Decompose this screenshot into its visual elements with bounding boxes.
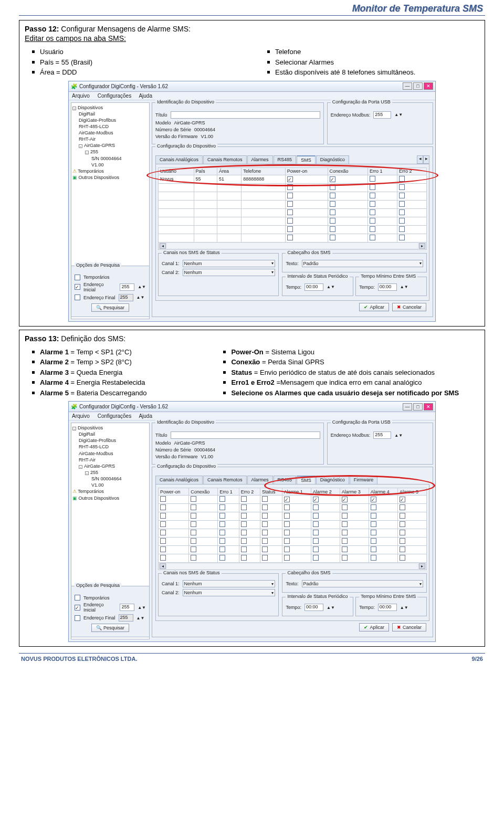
tab-item[interactable]: Canais Analógicos	[155, 476, 203, 484]
checkbox[interactable]: ✓	[287, 176, 293, 182]
aplicar-button[interactable]: ✔Aplicar	[359, 623, 389, 631]
status-channels-fieldset: Canais nos SMS de Status Canal 1:Nenhum …	[158, 253, 279, 296]
search-icon: 🔍	[96, 625, 102, 630]
header-title: Monitor de Temperatura SMS	[0, 0, 504, 15]
minimize-button[interactable]: —	[403, 403, 412, 410]
select[interactable]: Padrão	[302, 580, 424, 587]
tab-item[interactable]: Alarmes	[247, 155, 273, 164]
tab-item[interactable]: Diagnóstico	[316, 476, 349, 484]
list-item: Selecionar Alarmes	[260, 57, 479, 68]
tab-item[interactable]: Alarmes	[247, 476, 273, 484]
list-item: Usuário	[25, 47, 244, 57]
checkbox[interactable]	[75, 294, 80, 300]
tab-item[interactable]: Diagnóstico	[316, 155, 349, 164]
minimize-button[interactable]: —	[403, 82, 412, 90]
page-footer: NOVUS PRODUTOS ELETRÔNICOS LTDA. 9/26	[0, 655, 504, 669]
list-item: Alarme 1 = Temp < SP1 (2°C)	[25, 347, 200, 357]
select[interactable]: Nenhum	[183, 260, 276, 267]
menu-item[interactable]: Ajuda	[139, 93, 152, 99]
cancelar-button[interactable]: ✖Cancelar	[392, 303, 426, 311]
device-id-fieldset: Identificação do Dispositivo Título Mode…	[152, 423, 324, 465]
sms-header-fieldset: Cabeçalho dos SMS Texto:Padrão	[282, 573, 427, 593]
table-row[interactable]: Novus55 5188888888 ✓ ✓	[159, 175, 427, 183]
checkbox[interactable]	[75, 595, 80, 601]
warning-icon: ⚠	[72, 489, 77, 494]
list-item: Conexão = Perda Sinal GPRS	[216, 357, 479, 367]
footer-page-number: 9/26	[472, 656, 483, 662]
tab-scroll-left-icon[interactable]: ◂	[417, 155, 423, 164]
sms-grid[interactable]: Power-onConexão Erro 1Erro 2 StatusAlarm…	[158, 488, 427, 563]
passo12-title: Passo 12: Configurar Mensagens de Alarme…	[25, 25, 479, 33]
passo12-subtitle: Editar os campos na aba SMS:	[25, 34, 479, 43]
list-item: País = 55 (Brasil)	[25, 57, 244, 68]
passo13-right-col: Power-On = Sistema Ligou Conexão = Perda…	[216, 347, 479, 398]
min-time-fieldset: Tempo Mínimo Entre SMS Tempo:00:00▲▼	[355, 597, 427, 616]
horizontal-scrollbar[interactable]: ◂▸	[158, 243, 427, 250]
window-title: Configurador DigiConfig - Versão 1.62	[79, 404, 168, 409]
tab-scroll-right-icon[interactable]: ▸	[423, 155, 429, 164]
list-item: Alarme 3 = Queda Energia	[25, 367, 200, 378]
footer-rule	[19, 653, 485, 654]
device-id-fieldset: Identificação do Dispositivo Título Mode…	[152, 102, 324, 144]
maximize-button[interactable]: □	[413, 82, 423, 90]
tabs: Canais Analógicos Canais Remotos Alarmes…	[155, 476, 429, 485]
section-passo12: Passo 12: Configurar Mensagens de Alarme…	[19, 20, 485, 327]
menu-item[interactable]: Arquivo	[72, 93, 90, 99]
search-icon: 🔍	[96, 305, 102, 310]
device-config-fieldset: Configuração do Dispositivo Canais Analó…	[152, 146, 433, 317]
close-button[interactable]: ✕	[424, 403, 433, 410]
search-options-fieldset: Opções de Pesquisa Temporários ✓Endereço…	[71, 586, 150, 637]
footer-company: NOVUS PRODUTOS ELETRÔNICOS LTDA.	[21, 656, 137, 662]
tab-item[interactable]: Canais Remotos	[203, 476, 247, 484]
checkbox[interactable]	[399, 176, 405, 182]
checkbox[interactable]: ✓	[75, 284, 80, 290]
sms-header-fieldset: Cabeçalho dos SMS Texto:Padrão	[282, 253, 427, 272]
select[interactable]: Nenhum	[183, 580, 276, 587]
checkbox[interactable]	[370, 176, 375, 182]
usb-port-fieldset: Configuração da Porta USB Endereço Modbu…	[327, 423, 433, 465]
devices-icon: ▣	[72, 175, 77, 180]
tab-item-active[interactable]: SMS	[297, 155, 316, 164]
pesquisar-button[interactable]: 🔍Pesquisar	[91, 624, 129, 632]
tab-item[interactable]: RS485	[274, 155, 297, 164]
select[interactable]: Padrão	[302, 260, 424, 267]
maximize-button[interactable]: □	[413, 403, 423, 410]
tab-item[interactable]: Canais Analógicos	[155, 155, 203, 164]
checkbox[interactable]	[75, 275, 80, 280]
cancelar-button[interactable]: ✖Cancelar	[392, 623, 426, 631]
tabs: Canais Analógicos Canais Remotos Alarmes…	[155, 155, 429, 164]
interval-fieldset: Intervalo de Status Periódico Tempo:00:0…	[282, 597, 353, 616]
screenshot-2: 🧩Configurador DigiConfig - Versão 1.62 —…	[68, 401, 436, 642]
passo12-right-col: Telefone Selecionar Alarmes Estão dispon…	[260, 47, 479, 78]
horizontal-scrollbar[interactable]: ◂▸	[158, 563, 427, 570]
checkbox[interactable]: ✓	[330, 176, 335, 182]
list-item: Área = DDD	[25, 67, 244, 78]
devices-icon: ▣	[72, 496, 77, 501]
interval-fieldset: Intervalo de Status Periódico Tempo:00:0…	[282, 277, 353, 296]
checkbox[interactable]: ✓	[75, 605, 80, 611]
menu-item[interactable]: Arquivo	[72, 413, 90, 419]
close-button[interactable]: ✕	[424, 82, 433, 90]
table-row[interactable]: ✓✓ ✓✓ ✓	[159, 496, 427, 504]
device-config-fieldset: Configuração do Dispositivo Canais Analó…	[152, 467, 433, 637]
tab-item-active[interactable]: SMS	[297, 476, 316, 484]
passo12-left-col: Usuário País = 55 (Brasil) Área = DDD	[25, 47, 244, 78]
checkbox[interactable]	[75, 615, 80, 621]
aplicar-button[interactable]: ✔Aplicar	[359, 303, 389, 311]
tab-item[interactable]: RS485	[274, 476, 297, 484]
menu-item[interactable]: Configurações	[98, 93, 131, 99]
search-options-fieldset: Opções de Pesquisa Temporários ✓Endereço…	[71, 266, 150, 317]
pesquisar-button[interactable]: 🔍Pesquisar	[91, 303, 129, 312]
app-icon: 🧩	[71, 404, 77, 409]
menu-item[interactable]: Ajuda	[139, 413, 152, 419]
select[interactable]: Nenhum	[183, 589, 276, 596]
select[interactable]: Nenhum	[183, 269, 276, 276]
tab-item[interactable]: Firmware	[350, 476, 378, 484]
menu-item[interactable]: Configurações	[98, 413, 131, 419]
sms-grid[interactable]: UsuárioPaís ÁreaTelefone Power-onConexão…	[158, 167, 427, 243]
header-rule	[19, 15, 485, 16]
warning-icon: ⚠	[72, 169, 77, 174]
window-titlebar: 🧩Configurador DigiConfig - Versão 1.62 —…	[69, 402, 435, 412]
tab-item[interactable]: Canais Remotos	[203, 155, 247, 164]
passo13-title: Passo 13: Definição dos SMS:	[25, 334, 479, 343]
